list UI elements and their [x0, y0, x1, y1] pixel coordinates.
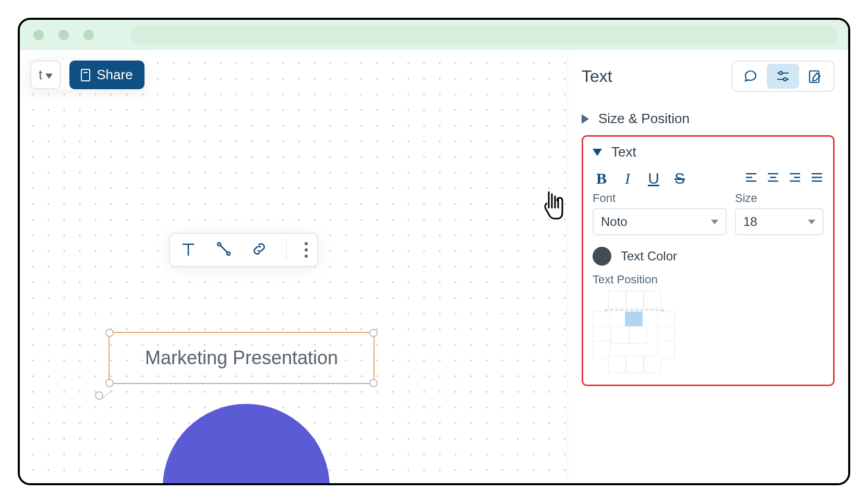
section-size-position[interactable]: Size & Position — [582, 104, 835, 133]
font-field: Font Noto — [593, 191, 727, 235]
app-window: t Share — [18, 18, 850, 485]
pos-cell[interactable] — [593, 341, 610, 358]
pos-cell-top-2[interactable] — [626, 291, 644, 308]
chevron-down-icon — [593, 149, 602, 156]
cursor-pointer-icon — [541, 189, 566, 220]
size-field: Size 18 — [735, 191, 824, 235]
pos-cell[interactable] — [608, 355, 626, 373]
italic-button[interactable]: I — [619, 170, 636, 187]
pos-cell[interactable] — [644, 355, 661, 373]
pos-cell-top-1[interactable] — [608, 291, 626, 308]
properties-panel: Text Size & Pos — [568, 50, 848, 483]
text-color-swatch[interactable] — [593, 247, 611, 266]
section-text[interactable]: Text — [593, 142, 824, 161]
strikethrough-button[interactable]: S — [671, 170, 689, 187]
traffic-light-close[interactable] — [33, 30, 44, 40]
resize-handle-nw[interactable] — [105, 329, 114, 337]
pos-cell[interactable] — [611, 326, 629, 344]
svg-point-2 — [779, 71, 782, 75]
more-options-icon[interactable] — [305, 242, 308, 258]
omnibox-placeholder[interactable] — [130, 26, 838, 44]
traffic-light-min[interactable] — [58, 30, 69, 40]
text-position-grid[interactable] — [593, 291, 674, 372]
align-justify-button[interactable] — [810, 171, 824, 186]
connector-tool-icon[interactable] — [215, 240, 233, 260]
chevron-down-icon — [711, 220, 718, 224]
svg-point-3 — [783, 78, 787, 81]
align-center-button[interactable] — [766, 171, 780, 186]
text-section-highlighted: Text B I U S — [582, 135, 835, 386]
canvas[interactable]: t Share — [20, 50, 568, 483]
toolbar-divider — [286, 240, 287, 260]
app-frame: t Share — [0, 0, 868, 503]
share-icon — [81, 69, 90, 81]
text-align-buttons — [744, 170, 824, 187]
traffic-lights — [33, 30, 94, 40]
t-button-label: t — [39, 67, 42, 83]
resize-handle-ne[interactable] — [369, 329, 378, 337]
tab-comments[interactable] — [734, 64, 767, 89]
font-label: Font — [593, 191, 727, 205]
share-button[interactable]: Share — [69, 61, 144, 89]
underline-button[interactable]: U — [645, 170, 662, 187]
size-value: 18 — [743, 214, 757, 229]
rotate-connector — [102, 390, 113, 399]
titlebar — [20, 20, 848, 50]
text-color-label: Text Color — [621, 249, 677, 264]
share-button-label: Share — [97, 67, 132, 83]
pos-cell[interactable] — [629, 326, 647, 344]
font-size-row: Font Noto Size 18 — [593, 191, 824, 235]
text-color-row[interactable]: Text Color — [593, 247, 824, 266]
floating-toolbar — [169, 233, 318, 267]
text-style-buttons: B I U S — [593, 170, 689, 187]
workspace: t Share — [20, 50, 848, 483]
align-right-button[interactable] — [788, 171, 802, 186]
size-select[interactable]: 18 — [735, 208, 824, 235]
canvas-top-buttons: t Share — [30, 61, 144, 89]
tab-edit[interactable] — [799, 64, 831, 89]
pos-cell-top-3[interactable] — [644, 291, 661, 308]
size-label: Size — [735, 191, 824, 205]
font-select[interactable]: Noto — [593, 208, 727, 235]
text-position-label: Text Position — [593, 273, 824, 286]
font-value: Noto — [601, 214, 628, 229]
resize-handle-sw[interactable] — [105, 379, 114, 387]
panel-header: Text — [582, 61, 835, 92]
section-size-position-label: Size & Position — [598, 111, 690, 127]
chevron-down-icon — [45, 74, 53, 79]
bold-button[interactable]: B — [593, 170, 610, 187]
chevron-right-icon — [582, 114, 589, 124]
rotate-handle[interactable] — [95, 391, 103, 400]
align-left-button[interactable] — [744, 171, 758, 186]
tab-properties[interactable] — [767, 64, 799, 89]
t-dropdown-button[interactable]: t — [30, 61, 61, 89]
selected-text-box[interactable]: Marketing Presentation — [108, 332, 375, 384]
purple-ellipse-shape[interactable] — [163, 404, 330, 485]
text-box-content[interactable]: Marketing Presentation — [145, 347, 338, 369]
resize-handle-se[interactable] — [369, 379, 378, 387]
panel-tabs — [731, 61, 835, 92]
text-style-row: B I U S — [593, 170, 824, 187]
link-tool-icon[interactable] — [250, 240, 268, 260]
chevron-down-icon — [808, 220, 815, 224]
panel-title: Text — [582, 67, 612, 86]
traffic-light-max[interactable] — [83, 30, 94, 40]
text-tool-icon[interactable] — [179, 240, 197, 260]
pos-cell[interactable] — [626, 355, 644, 373]
section-text-label: Text — [611, 144, 636, 160]
